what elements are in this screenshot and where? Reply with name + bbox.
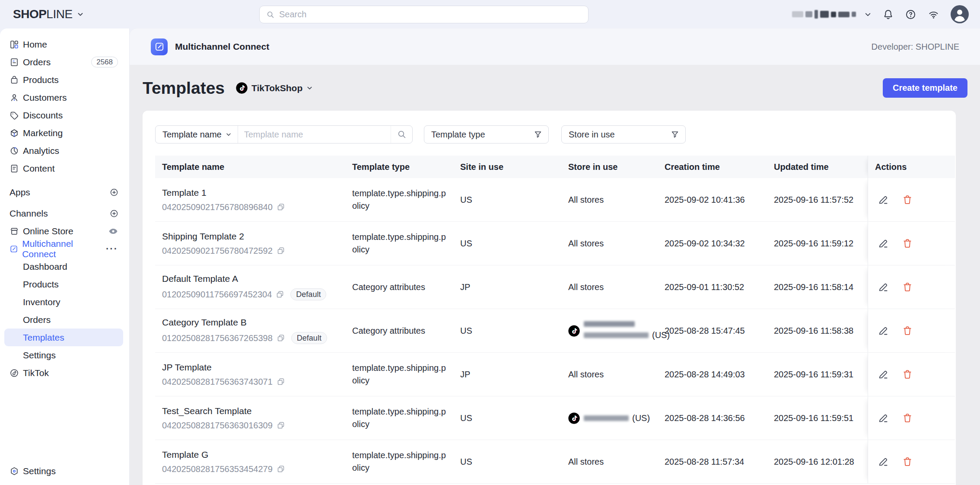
global-search[interactable] — [259, 6, 589, 23]
app-title: Multichannel Connect — [175, 41, 269, 52]
sidebar-item-mc-products[interactable]: Products — [4, 275, 123, 293]
sidebar-item-tiktok[interactable]: TikTok — [4, 364, 123, 382]
copy-id-button[interactable] — [277, 334, 285, 342]
help-button[interactable] — [905, 9, 916, 20]
template-type: Category attributes — [352, 281, 425, 294]
storefront-icon — [10, 227, 19, 236]
funnel-icon — [671, 130, 679, 139]
channel-selector[interactable]: TikTokShop — [236, 82, 313, 94]
copy-id-button[interactable] — [276, 290, 284, 299]
wifi-icon — [927, 9, 940, 20]
copy-id-button[interactable] — [277, 377, 285, 386]
funnel-icon — [534, 130, 542, 139]
shopline-logo: SHOPLINE — [13, 7, 73, 21]
creation-time: 2025-08-28 11:57:34 — [665, 457, 744, 467]
creation-time-cell: 2025-09-02 10:41:36 — [658, 178, 767, 221]
pie-chart-icon — [10, 146, 19, 156]
copy-id-button[interactable] — [277, 246, 285, 255]
search-field-select[interactable]: Template name — [156, 126, 238, 143]
sidebar-item-label: Customers — [23, 93, 67, 103]
edit-button[interactable] — [878, 281, 889, 293]
sidebar-item-home[interactable]: Home — [4, 35, 123, 53]
sidebar-item-settings[interactable]: Settings — [4, 462, 123, 480]
pencil-icon — [878, 281, 889, 293]
delete-button[interactable] — [902, 412, 913, 424]
sidebar-item-label: Settings — [23, 466, 56, 476]
column-header-actions: Actions — [868, 156, 955, 178]
actions-cell — [868, 440, 955, 483]
templates-card: Template name Template type Store in use… — [143, 111, 956, 485]
edit-button[interactable] — [878, 412, 889, 424]
edit-button[interactable] — [878, 325, 889, 336]
question-icon — [905, 9, 916, 20]
template-type: template.type.shipping.policy — [352, 187, 446, 212]
template-name: Default Template A — [162, 274, 238, 284]
search-submit-button[interactable] — [391, 126, 412, 143]
sidebar-item-marketing[interactable]: Marketing — [4, 124, 123, 142]
template-name: Test_Search Template — [162, 406, 251, 416]
chevron-down-icon[interactable] — [864, 11, 872, 18]
create-template-button[interactable]: Create template — [883, 78, 967, 98]
add-app-icon[interactable] — [109, 188, 119, 197]
template-id: 04202508281756363016309 — [162, 421, 273, 431]
edit-button[interactable] — [878, 369, 889, 380]
sidebar-item-content[interactable]: Content — [4, 160, 123, 177]
copy-id-button[interactable] — [277, 203, 285, 211]
sidebar-item-analytics[interactable]: Analytics — [4, 142, 123, 160]
template-name-search-input[interactable] — [238, 130, 391, 140]
search-icon — [266, 10, 275, 19]
network-status-button[interactable] — [927, 9, 940, 20]
edit-button[interactable] — [878, 456, 889, 467]
store-region: (US) — [632, 413, 650, 423]
delete-button[interactable] — [902, 325, 913, 336]
updated-time: 2025-09-16 11:58:38 — [774, 326, 853, 336]
account-menu-button[interactable] — [951, 5, 969, 23]
template-type-cell: template.type.shipping.policy — [345, 178, 453, 221]
sidebar-item-products[interactable]: Products — [4, 71, 123, 89]
sidebar-item-inventory[interactable]: Inventory — [4, 293, 123, 311]
sidebar-item-multichannel-connect[interactable]: Multichannel Connect ··· — [4, 240, 123, 258]
more-options-icon[interactable]: ··· — [106, 243, 118, 255]
delete-button[interactable] — [902, 281, 913, 293]
add-channel-icon[interactable] — [109, 209, 119, 218]
sidebar-item-orders[interactable]: Orders 2568 — [4, 53, 123, 71]
workspace-switcher[interactable]: SHOPLINE — [13, 7, 84, 21]
sidebar-item-dashboard[interactable]: Dashboard — [4, 258, 123, 275]
sidebar-item-mc-settings[interactable]: Settings — [4, 346, 123, 364]
updated-time-cell: 2025-09-16 12:01:28 — [767, 440, 868, 483]
copy-id-button[interactable] — [277, 465, 285, 473]
template-id: 01202509011756697452304 — [162, 290, 272, 300]
edit-button[interactable] — [878, 238, 889, 249]
store-name-redacted — [792, 10, 856, 19]
delete-button[interactable] — [902, 238, 913, 249]
sidebar-item-templates[interactable]: Templates — [4, 329, 123, 346]
delete-button[interactable] — [902, 456, 913, 467]
avatar — [951, 5, 969, 23]
template-name: JP Template — [162, 362, 212, 373]
default-badge: Default — [291, 332, 327, 344]
sidebar-item-customers[interactable]: Customers — [4, 89, 123, 106]
updated-time-cell: 2025-09-16 11:59:51 — [767, 396, 868, 440]
search-input[interactable] — [279, 10, 582, 19]
copy-id-button[interactable] — [277, 421, 285, 430]
sidebar-item-discounts[interactable]: Discounts — [4, 106, 123, 124]
site-in-use-cell: US — [453, 309, 561, 352]
store-in-use-filter-label: Store in use — [569, 130, 615, 140]
delete-button[interactable] — [902, 194, 913, 205]
eye-icon[interactable] — [108, 227, 118, 236]
sidebar-item-mc-orders[interactable]: Orders — [4, 311, 123, 329]
sidebar-item-online-store[interactable]: Online Store — [4, 222, 123, 240]
store-in-use-filter[interactable]: Store in use — [561, 125, 686, 144]
template-type-filter[interactable]: Template type — [424, 125, 549, 144]
tag-icon — [10, 111, 19, 120]
site-in-use: US — [460, 413, 472, 423]
sidebar-item-label: Orders — [23, 57, 51, 67]
template-type-cell: Category attributes — [345, 309, 453, 352]
template-name: Category Template B — [162, 317, 247, 328]
table-row: Shipping Template 2 04202509021756780472… — [155, 222, 955, 265]
table-body: Template 1 04202509021756780896840 templ… — [155, 178, 955, 484]
edit-button[interactable] — [878, 194, 889, 205]
sidebar-item-label: Orders — [23, 315, 51, 325]
delete-button[interactable] — [902, 369, 913, 380]
notifications-button[interactable] — [882, 9, 894, 20]
